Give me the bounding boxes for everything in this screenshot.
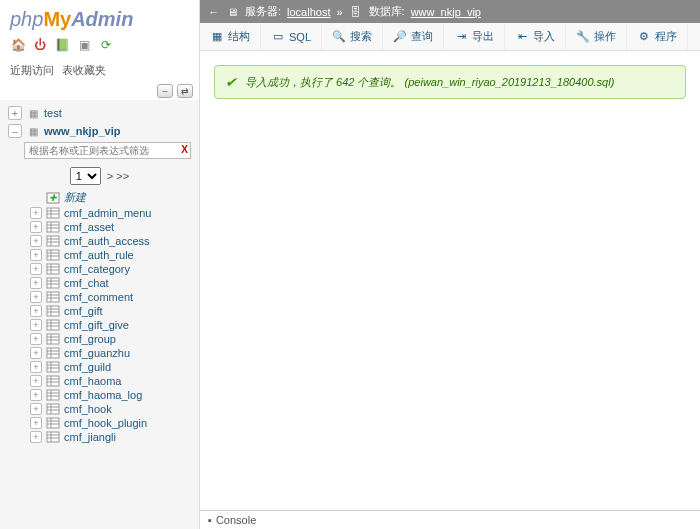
- tab-label: 导入: [533, 29, 555, 44]
- table-item[interactable]: +cmf_haoma: [26, 374, 199, 388]
- table-name: cmf_chat: [64, 277, 109, 289]
- bc-db-link[interactable]: www_nkjp_vip: [411, 6, 481, 18]
- tab-export[interactable]: ⇥导出: [444, 23, 505, 50]
- console-bar[interactable]: ▪ Console: [200, 510, 700, 529]
- nav-toggle-icon[interactable]: ←: [208, 6, 219, 18]
- recent-bar: 近期访问 表收藏夹: [0, 59, 199, 82]
- svg-text:✚: ✚: [49, 193, 58, 203]
- filter-input[interactable]: [24, 142, 191, 159]
- database-icon: ▦: [26, 124, 40, 138]
- bc-sep: »: [336, 6, 342, 18]
- logo[interactable]: phpMyAdmin: [0, 0, 199, 35]
- msg-count: 642: [336, 76, 354, 88]
- table-item[interactable]: +cmf_guanzhu: [26, 346, 199, 360]
- server-icon: 🖥: [225, 5, 239, 19]
- sidebar-toolbar: 🏠 ⏻ 📗 ▣ ⟳: [0, 35, 199, 59]
- docs-icon[interactable]: 📗: [54, 37, 70, 53]
- tree-node-db[interactable]: – ▦ www_nkjp_vip: [0, 122, 199, 140]
- table-item[interactable]: +cmf_comment: [26, 290, 199, 304]
- table-item[interactable]: +cmf_asset: [26, 220, 199, 234]
- sql-console-icon[interactable]: ▣: [76, 37, 92, 53]
- table-name: cmf_auth_access: [64, 235, 150, 247]
- table-item[interactable]: +cmf_admin_menu: [26, 206, 199, 220]
- new-label: 新建: [64, 190, 86, 205]
- table-name: cmf_gift: [64, 305, 103, 317]
- plus-icon[interactable]: +: [30, 431, 42, 443]
- plus-icon[interactable]: +: [30, 375, 42, 387]
- plus-icon[interactable]: +: [30, 305, 42, 317]
- breadcrumb: ← 🖥 服务器: localhost » 🗄 数据库: www_nkjp_vip: [200, 0, 700, 23]
- table-icon: [46, 221, 60, 233]
- table-item[interactable]: +cmf_guild: [26, 360, 199, 374]
- plus-icon[interactable]: +: [30, 263, 42, 275]
- plus-icon[interactable]: +: [30, 417, 42, 429]
- tab-label: 程序: [655, 29, 677, 44]
- collapse-all-button[interactable]: –: [157, 84, 173, 98]
- tab-import[interactable]: ⇤导入: [505, 23, 566, 50]
- tab-query[interactable]: 🔎查询: [383, 23, 444, 50]
- table-icon: [46, 347, 60, 359]
- next-page-button[interactable]: > >>: [107, 170, 129, 182]
- plus-icon[interactable]: +: [8, 106, 22, 120]
- plus-icon[interactable]: +: [30, 277, 42, 289]
- new-table-item[interactable]: + ✚ 新建: [26, 189, 199, 206]
- table-item[interactable]: +cmf_group: [26, 332, 199, 346]
- clear-filter-icon[interactable]: X: [181, 144, 188, 155]
- table-item[interactable]: +cmf_haoma_log: [26, 388, 199, 402]
- reload-icon[interactable]: ⟳: [98, 37, 114, 53]
- table-item[interactable]: +cmf_category: [26, 262, 199, 276]
- import-icon: ⇤: [515, 30, 529, 44]
- new-icon: ✚: [46, 192, 60, 204]
- link-toggle-button[interactable]: ⇄: [177, 84, 193, 98]
- table-item[interactable]: +cmf_auth_access: [26, 234, 199, 248]
- favorites-label[interactable]: 表收藏夹: [62, 63, 106, 78]
- plus-icon[interactable]: +: [30, 403, 42, 415]
- plus-icon[interactable]: +: [30, 361, 42, 373]
- table-icon: [46, 361, 60, 373]
- tab-search[interactable]: 🔍搜索: [322, 23, 383, 50]
- logout-icon[interactable]: ⏻: [32, 37, 48, 53]
- tab-label: 查询: [411, 29, 433, 44]
- table-item[interactable]: +cmf_gift_give: [26, 318, 199, 332]
- tab-structure[interactable]: ▦结构: [200, 23, 261, 50]
- chevron-up-icon: ▪: [208, 514, 212, 526]
- plus-icon[interactable]: +: [30, 333, 42, 345]
- table-icon: [46, 417, 60, 429]
- plus-icon[interactable]: +: [30, 291, 42, 303]
- plus-icon[interactable]: +: [30, 221, 42, 233]
- tab-label: 操作: [594, 29, 616, 44]
- table-item[interactable]: +cmf_auth_rule: [26, 248, 199, 262]
- tab-operations[interactable]: 🔧操作: [566, 23, 627, 50]
- minus-icon[interactable]: –: [8, 124, 22, 138]
- logo-my: My: [43, 8, 71, 30]
- plus-icon[interactable]: +: [30, 319, 42, 331]
- table-item[interactable]: +cmf_hook: [26, 402, 199, 416]
- table-name: cmf_auth_rule: [64, 249, 134, 261]
- db-tree: + ▦ test – ▦ www_nkjp_vip X 1 > >>: [0, 100, 199, 529]
- table-item[interactable]: +cmf_jiangli: [26, 430, 199, 444]
- recent-label[interactable]: 近期访问: [10, 63, 54, 78]
- routines-icon: ⚙: [637, 30, 651, 44]
- plus-icon[interactable]: +: [30, 389, 42, 401]
- bc-server-link[interactable]: localhost: [287, 6, 330, 18]
- tree-node-test[interactable]: + ▦ test: [0, 104, 199, 122]
- table-pager: 1 > >>: [0, 163, 199, 189]
- table-name: cmf_hook_plugin: [64, 417, 147, 429]
- plus-icon[interactable]: +: [30, 249, 42, 261]
- tab-label: 搜索: [350, 29, 372, 44]
- table-icon: [46, 291, 60, 303]
- table-item[interactable]: +cmf_hook_plugin: [26, 416, 199, 430]
- table-item[interactable]: +cmf_chat: [26, 276, 199, 290]
- plus-icon[interactable]: +: [30, 347, 42, 359]
- plus-icon[interactable]: +: [30, 207, 42, 219]
- tab-sql[interactable]: ▭SQL: [261, 23, 322, 50]
- page-select[interactable]: 1: [70, 167, 101, 185]
- home-icon[interactable]: 🏠: [10, 37, 26, 53]
- table-item[interactable]: +cmf_gift: [26, 304, 199, 318]
- tab-routines[interactable]: ⚙程序: [627, 23, 688, 50]
- table-name: cmf_jiangli: [64, 431, 116, 443]
- svg-rect-6: [47, 222, 59, 232]
- table-icon: [46, 333, 60, 345]
- plus-icon[interactable]: +: [30, 235, 42, 247]
- check-icon: ✔: [225, 74, 237, 90]
